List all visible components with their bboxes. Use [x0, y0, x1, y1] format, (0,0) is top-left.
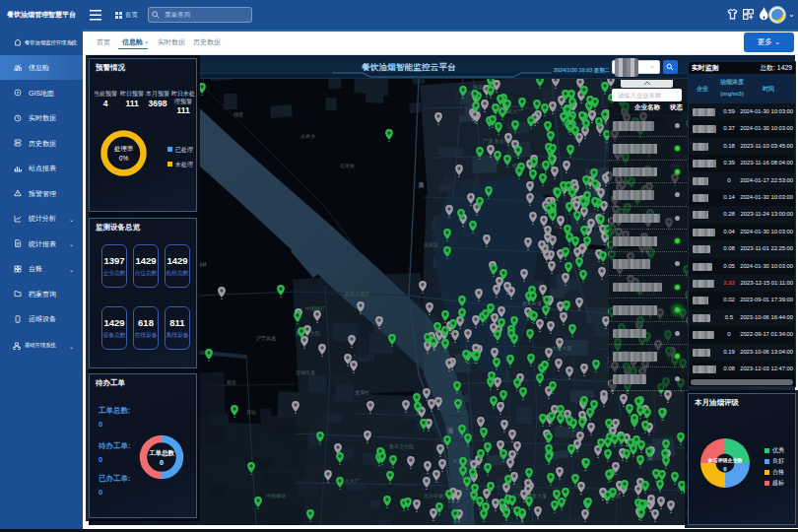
svg-text:西氿大道: 西氿大道 [522, 300, 542, 307]
svg-text:工单总数: 工单总数 [149, 449, 175, 457]
svg-text:新庄卫生院: 新庄卫生院 [389, 443, 414, 450]
svg-text:首站: 首站 [246, 409, 256, 415]
svg-text:水凌乡: 水凌乡 [300, 133, 315, 139]
svg-text:新荣大酒店: 新荣大酒店 [345, 291, 369, 298]
svg-text:中国移动: 中国移动 [266, 493, 286, 499]
svg-text:倪家浜: 倪家浜 [424, 241, 438, 248]
svg-text:宜城街道: 宜城街道 [296, 369, 315, 376]
svg-text:0%: 0% [119, 155, 129, 162]
svg-text:处理率: 处理率 [114, 145, 134, 153]
svg-text:久大广: 久大广 [345, 478, 360, 484]
svg-text:沪宁高速: 沪宁高速 [256, 335, 276, 342]
svg-text:毛家村: 毛家村 [340, 163, 355, 169]
svg-text:龙潭村: 龙潭村 [355, 389, 369, 396]
svg-text:参与评级企业数: 参与评级企业数 [707, 457, 744, 464]
svg-text:梅林: 梅林 [197, 261, 207, 268]
svg-text:佣壁: 佣壁 [233, 111, 243, 118]
svg-text:0: 0 [160, 459, 164, 466]
svg-text:观音: 观音 [227, 379, 236, 386]
